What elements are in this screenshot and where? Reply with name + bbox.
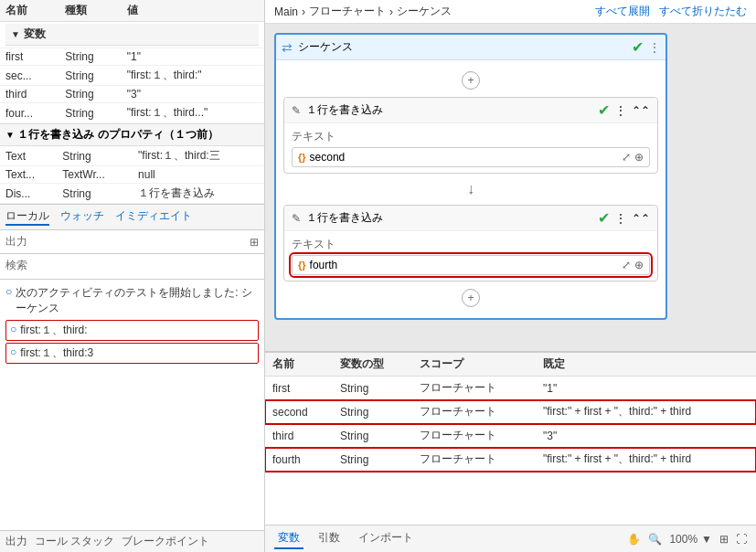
var-row-second-bottom[interactable]: second String フローチャート "first:" + first +…	[265, 400, 756, 424]
var-table-header-row: 名前 変数の型 スコープ 既定	[265, 353, 756, 377]
activity-collapse-icon-1[interactable]: ⌃⌃	[632, 104, 650, 117]
canvas-content[interactable]: ⇄ シーケンス ✔ ⋮ + ✎	[265, 24, 756, 351]
var-row-fourth-bottom[interactable]: fourth String フローチャート "first:" + first +…	[265, 448, 756, 472]
sequence-title: シーケンス	[298, 39, 353, 55]
field-value-1: second	[310, 151, 346, 164]
props-table: Text String "first:１、third:三 Text... Tex…	[0, 146, 264, 204]
breadcrumb-main[interactable]: Main	[274, 5, 298, 18]
field-input-2[interactable]: {} fourth ⤢ ⊕	[292, 255, 650, 275]
activity-title-2: １行を書き込み	[306, 210, 383, 226]
var-row-first-bottom[interactable]: first String フローチャート "1"	[265, 377, 756, 400]
col-name: 名前	[0, 0, 59, 22]
sequence-header: ⇄ シーケンス ✔ ⋮	[276, 35, 665, 60]
prop-value-dis: １行を書き込み	[133, 184, 264, 204]
var-row-third[interactable]: third String "3"	[0, 86, 264, 103]
expr-icon-2: {}	[298, 260, 306, 271]
left-top: 名前 種類 値 ▼ 変数 f	[0, 0, 264, 204]
right-tabs-right: ✋ 🔍 100% ▼ ⊞ ⛶	[627, 533, 747, 546]
vb-name-first: first	[265, 377, 333, 400]
tab-variables[interactable]: 変数	[274, 528, 303, 549]
field-label-2: テキスト	[292, 237, 650, 252]
sequence-check-icon: ✔	[632, 38, 644, 56]
canvas-area: Main › フローチャート › シーケンス すべて展開 すべて折りたたむ ⇄	[265, 0, 756, 351]
breadcrumb-path: Main › フローチャート › シーケンス	[274, 4, 452, 19]
radio-icon-1: ○	[10, 323, 16, 335]
output-expand-icon[interactable]: ⊞	[250, 236, 259, 249]
var-name-third: third	[0, 86, 59, 103]
breadcrumb-sep1: ›	[302, 5, 305, 18]
sequence-menu-icon[interactable]: ⋮	[649, 41, 660, 54]
activity-check-icon-2: ✔	[598, 209, 610, 227]
chevron-icon: ▼	[11, 29, 20, 39]
var-row-first[interactable]: first String "1"	[0, 48, 264, 66]
var-bottom-table: 名前 変数の型 スコープ 既定 first String フローチャート "1"	[265, 353, 756, 472]
var-name-first: first	[0, 48, 59, 66]
vb-default-fourth: "first:" + first + "、third:" + third	[536, 448, 756, 472]
search-section: 検索	[0, 253, 264, 279]
activity-collapse-icon-2[interactable]: ⌃⌃	[632, 212, 650, 225]
tab-immediate[interactable]: イミディエイト	[115, 208, 192, 226]
zoom-level: 100%	[669, 533, 697, 546]
breadcrumb-sequence[interactable]: シーケンス	[397, 4, 452, 19]
activity-menu-icon-2[interactable]: ⋮	[615, 212, 626, 225]
var-col-type: 変数の型	[333, 353, 412, 377]
tab-breakpoints[interactable]: ブレークポイント	[122, 534, 209, 549]
tab-local[interactable]: ローカル	[5, 208, 49, 226]
fullscreen-icon[interactable]: ⛶	[736, 533, 747, 546]
app-container: 名前 種類 値 ▼ 変数 f	[0, 0, 756, 552]
vb-scope-third: フローチャート	[412, 424, 536, 448]
field-input-1[interactable]: {} second ⤢ ⊕	[292, 147, 650, 167]
add-field-icon-2[interactable]: ⊕	[634, 259, 644, 271]
tab-output[interactable]: 出力	[5, 534, 27, 549]
activity-box-1: ✎ １行を書き込み ✔ ⋮ ⌃⌃ テキスト {}	[283, 97, 658, 174]
breadcrumb-actions: すべて展開 すべて折りたたむ	[595, 4, 747, 19]
log-section: ○ 次のアクティビティのテストを開始しました: シーケンス ○ first:１、…	[0, 279, 264, 530]
sequence-icon: ⇄	[282, 40, 293, 55]
activity-body-1: テキスト {} second ⤢ ⊕	[284, 123, 657, 173]
tab-watch[interactable]: ウォッチ	[60, 208, 104, 226]
tab-callstack[interactable]: コール スタック	[35, 534, 114, 549]
var-value-four: "first:１、third..."	[122, 103, 264, 123]
var-type-third: String	[59, 86, 121, 103]
expand-icon-2[interactable]: ⤢	[622, 259, 631, 271]
activity-body-2: テキスト {} fourth ⤢ ⊕	[284, 231, 657, 281]
add-btn-top: +	[283, 68, 658, 93]
zoom-dropdown-icon[interactable]: ▼	[701, 533, 712, 546]
prop-row-dis[interactable]: Dis... String １行を書き込み	[0, 184, 264, 204]
var-value-third: "3"	[122, 86, 264, 103]
prop-row-text[interactable]: Text String "first:１、third:三	[0, 146, 264, 166]
section-variables: ▼ 変数	[0, 22, 264, 48]
var-row-third-bottom[interactable]: third String フローチャート "3"	[265, 424, 756, 448]
search-label: 検索	[5, 258, 259, 273]
var-row-four[interactable]: four... String "first:１、third..."	[0, 103, 264, 123]
variables-section-label: 変数	[24, 27, 46, 42]
zoom-control: 100% ▼	[669, 533, 712, 546]
activity-menu-icon-1[interactable]: ⋮	[615, 104, 626, 117]
vb-type-second: String	[333, 400, 412, 424]
var-col-name: 名前	[265, 353, 333, 377]
expand-all-btn[interactable]: すべて展開	[595, 4, 650, 19]
vb-name-fourth: fourth	[265, 448, 333, 472]
add-circle-top[interactable]: +	[462, 71, 480, 90]
prop-row-textwr[interactable]: Text... TextWr... null	[0, 166, 264, 184]
tab-imports[interactable]: インポート	[355, 528, 417, 549]
vb-scope-fourth: フローチャート	[412, 448, 536, 472]
log-item-1: ○ first:１、third:	[5, 320, 259, 341]
var-value-sec: "first:１、third:"	[122, 66, 264, 86]
tab-arguments[interactable]: 引数	[314, 528, 344, 549]
add-circle-bottom[interactable]: +	[462, 289, 480, 307]
prop-value-textwr: null	[133, 166, 264, 184]
props-chevron-icon: ▼	[5, 130, 15, 140]
field-value-2: fourth	[310, 259, 338, 271]
prop-type-textwr: TextWr...	[57, 166, 133, 184]
expand-icon-1[interactable]: ⤢	[622, 151, 631, 164]
search-icon[interactable]: 🔍	[648, 533, 662, 546]
var-type-first: String	[59, 48, 121, 66]
var-row-sec[interactable]: sec... String "first:１、third:"	[0, 66, 264, 86]
collapse-all-btn[interactable]: すべて折りたたむ	[659, 4, 747, 19]
add-field-icon-1[interactable]: ⊕	[634, 151, 644, 164]
fit-icon[interactable]: ⊞	[719, 533, 729, 546]
vb-default-second: "first:" + first + "、third:" + third	[536, 400, 756, 424]
breadcrumb-flowchart[interactable]: フローチャート	[309, 4, 386, 19]
vb-type-third: String	[333, 424, 412, 448]
